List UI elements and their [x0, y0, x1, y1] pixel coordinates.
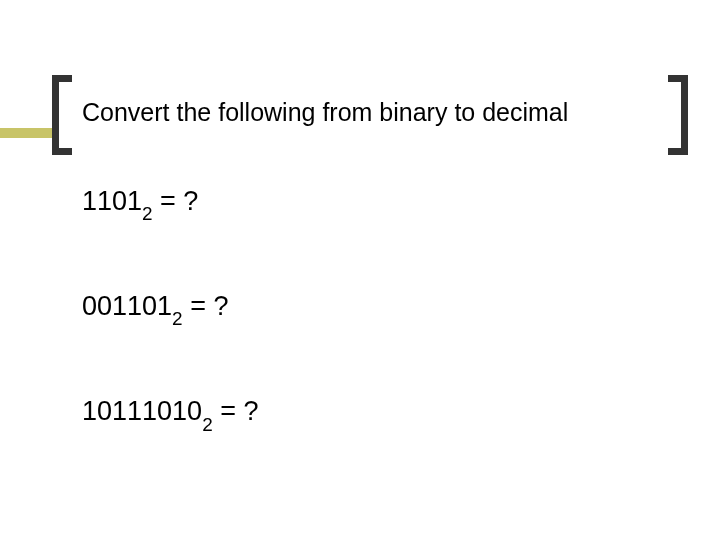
- problem-rhs: = ?: [213, 396, 259, 426]
- bracket-left-icon: [52, 75, 72, 155]
- problem-digits: 1101: [82, 186, 142, 216]
- problem-base: 2: [142, 203, 153, 224]
- problem-row: 11012 = ?: [82, 185, 258, 222]
- problem-rhs: = ?: [183, 291, 229, 321]
- slide-content: 11012 = ? 0011012 = ? 101110102 = ?: [82, 185, 258, 500]
- bracket-right-icon: [668, 75, 688, 155]
- problem-digits: 10111010: [82, 396, 202, 426]
- slide-title: Convert the following from binary to dec…: [82, 98, 568, 127]
- problem-base: 2: [172, 308, 183, 329]
- problem-base: 2: [202, 414, 213, 435]
- problem-digits: 001101: [82, 291, 172, 321]
- accent-bar: [0, 128, 52, 138]
- problem-row: 0011012 = ?: [82, 290, 258, 327]
- problem-rhs: = ?: [153, 186, 199, 216]
- problem-row: 101110102 = ?: [82, 395, 258, 432]
